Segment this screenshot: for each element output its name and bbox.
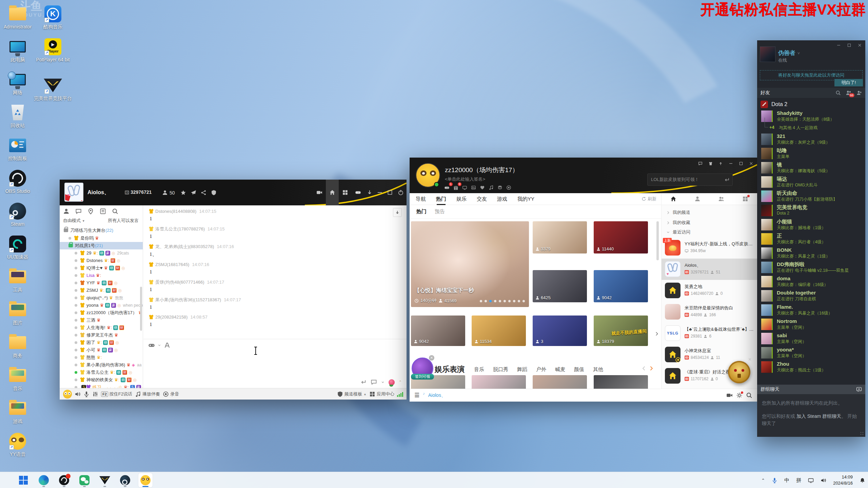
- nav-tab-导航[interactable]: 导航: [416, 193, 426, 205]
- collapse-chevron-icon[interactable]: ⌃: [399, 380, 402, 384]
- send-enter-icon[interactable]: [360, 379, 367, 385]
- desktop-icon-potplayer[interactable]: ▶Player↗PotPlayer 64 bit: [33, 38, 73, 62]
- channel-template-button[interactable]: 频道模板▲: [337, 391, 367, 397]
- coins-icon[interactable]: [497, 185, 502, 190]
- minimize-button[interactable]: [727, 160, 735, 167]
- minimize-button[interactable]: [836, 43, 841, 47]
- maximize-button[interactable]: [385, 180, 395, 205]
- chat-bubble-icon[interactable]: [75, 208, 82, 215]
- font-style-icon[interactable]: [164, 342, 171, 349]
- app-center-button[interactable]: 应用中心: [369, 391, 394, 397]
- settings-camera-icon[interactable]: [736, 392, 743, 399]
- network-icon[interactable]: [808, 477, 814, 483]
- search-icon[interactable]: [746, 392, 752, 399]
- friend-row[interactable]: 咕噜主菜单: [757, 147, 865, 161]
- sender-name[interactable]: 果小果(场均伤害36)(1152718367): [155, 297, 221, 302]
- screen-record-icon[interactable]: [726, 392, 733, 399]
- member-row[interactable]: IQ博士♥♛萌财◎: [60, 264, 143, 272]
- home-tab-icon[interactable]: [670, 196, 676, 202]
- desktop-icon-recycle[interactable]: 回收站: [3, 103, 33, 128]
- maximize-button[interactable]: [737, 160, 745, 167]
- member-row[interactable]: 果小果(场均伤害36)♛◈aa: [60, 361, 143, 369]
- live-card[interactable]: 6425会笑的眼睛: [533, 270, 587, 302]
- chat-input-area[interactable]: ⌃: [143, 339, 407, 388]
- game-icon[interactable]: 1: [444, 185, 450, 190]
- recent-channel-item[interactable]: YSLG【♣¨云上澜歌&备战诛仙世界¨♣】口口iID293816: [662, 323, 757, 344]
- gift-icon[interactable]: 9: [453, 185, 458, 190]
- member-row[interactable]: 小可♛萌豪◎: [60, 346, 143, 354]
- contacts-tab-icon[interactable]: [694, 196, 701, 202]
- close-icon[interactable]: ✕: [429, 355, 434, 361]
- send-mode-chevron-icon[interactable]: [381, 381, 384, 384]
- desktop-icon-pc[interactable]: 此电脑: [3, 38, 33, 62]
- desktop-icon-network[interactable]: 网络: [3, 70, 33, 95]
- signin-float-badge[interactable]: 签到可领 ✕: [412, 358, 433, 379]
- sender-name[interactable]: 洛雪儿公主(1780788276): [155, 226, 205, 231]
- close-button[interactable]: [857, 43, 862, 47]
- enter-icon[interactable]: [724, 177, 730, 183]
- desktop-icon-folder-music[interactable]: 音乐: [3, 366, 33, 391]
- channel-row[interactable]: 对战房1号(21): [60, 242, 143, 249]
- ime-language[interactable]: 中: [784, 477, 789, 484]
- taskbar-app-steam[interactable]: [118, 473, 132, 487]
- desktop-icon-kugou[interactable]: K↗酷狗音乐: [33, 5, 73, 29]
- channel-avatar[interactable]: ♥: [64, 183, 83, 202]
- microphone-icon[interactable]: [83, 391, 90, 397]
- user-name[interactable]: zz120000（场均伤害17）: [445, 166, 519, 175]
- chevron-down-icon[interactable]: [158, 344, 161, 347]
- nav-tab-游戏[interactable]: 游戏: [497, 193, 507, 205]
- live-card[interactable]: 18379就走不脱的直播间猴四棒: [594, 316, 648, 346]
- friend-row[interactable]: Double together正在进行 刀塔自走棋: [757, 289, 865, 303]
- member-row[interactable]: ZSMJ♛:萌财◎: [60, 287, 143, 294]
- clock[interactable]: 14:09 2024/8/16: [833, 474, 853, 486]
- live-card[interactable]: 3奉先最细节的操作走位技巧: [533, 316, 587, 346]
- desktop-icon-uu[interactable]: ↗UU加速器: [3, 235, 33, 260]
- friend-row[interactable]: 嗝达正在进行 OMG大乱斗: [757, 175, 865, 189]
- feedback-icon[interactable]: [696, 160, 704, 167]
- got-it-button[interactable]: 明白了!: [834, 79, 863, 86]
- power-button[interactable]: [395, 180, 407, 205]
- desktop-icon-folder-game[interactable]: 游戏: [3, 399, 33, 424]
- photo-icon[interactable]: [471, 185, 476, 190]
- sender-name[interactable]: 29(2082842158): [155, 314, 188, 320]
- live-card-partial[interactable]: [472, 375, 526, 389]
- friend-row[interactable]: Zhou天梯比赛：熊战士（1级）: [757, 360, 865, 374]
- join-group-link[interactable]: 加入 Steam 群组聊天: [796, 413, 841, 419]
- member-row[interactable]: 困了♛:萌财◎: [60, 339, 143, 346]
- desktop-icon-obs[interactable]: ↗OBS Studio: [3, 169, 33, 194]
- refresh-button[interactable]: 刷新: [642, 196, 656, 202]
- rose-gift-icon[interactable]: [389, 379, 395, 385]
- member-row[interactable]: 憨憨♛:: [60, 354, 143, 361]
- member-row[interactable]: S练习、 ◡‿◡☆♛:5豪◎: [60, 384, 143, 388]
- tray-expand-chevron[interactable]: ⌃: [761, 478, 765, 483]
- record-circle-icon[interactable]: [506, 185, 511, 190]
- category-tab-脱口秀[interactable]: 脱口秀: [493, 366, 508, 373]
- desktop-icon-pw[interactable]: ↗完美世界竞技平台: [33, 76, 73, 101]
- chevron-down-icon[interactable]: ˅: [797, 51, 800, 56]
- resize-grip[interactable]: [860, 431, 864, 435]
- member-row[interactable]: Lisa♛:: [60, 272, 143, 279]
- nav-tab-交友[interactable]: 交友: [477, 193, 487, 205]
- push-to-talk[interactable]: F2按住F2说话: [101, 391, 132, 397]
- desktop-icon-yy[interactable]: ↗YY语音: [3, 432, 33, 457]
- close-icon[interactable]: ✕: [748, 357, 752, 362]
- record-button[interactable]: 录音: [163, 391, 179, 397]
- video-panel-button[interactable]: [313, 180, 326, 205]
- share-plane-icon[interactable]: [191, 190, 196, 196]
- member-row[interactable]: 人生海海!♛:萌财: [60, 324, 143, 331]
- signature-placeholder[interactable]: <单击此处输入签名>: [445, 176, 485, 182]
- recent-channel-item[interactable]: 米豆陪伴是最深情的告白ID44898166: [662, 301, 757, 323]
- heart-icon[interactable]: [480, 185, 485, 190]
- dota2-group-header[interactable]: Dota 2: [761, 101, 787, 108]
- yy-mascot-icon[interactable]: [63, 390, 72, 399]
- apps-tab-icon[interactable]: [742, 196, 748, 202]
- taskbar-app-obs[interactable]: [57, 473, 71, 487]
- my-channels-row[interactable]: 我的频道: [666, 209, 690, 216]
- profile-icon[interactable]: [63, 208, 70, 215]
- next-cards-chevron[interactable]: [653, 327, 660, 341]
- live-card-partial[interactable]: [594, 375, 648, 389]
- carousel-dots[interactable]: [480, 300, 525, 302]
- share-icon[interactable]: [201, 190, 206, 196]
- friend-row[interactable]: Shadykitty全英雄选择：天怒法师（8级）: [757, 109, 865, 124]
- gold-medal-float[interactable]: ✕: [728, 361, 750, 383]
